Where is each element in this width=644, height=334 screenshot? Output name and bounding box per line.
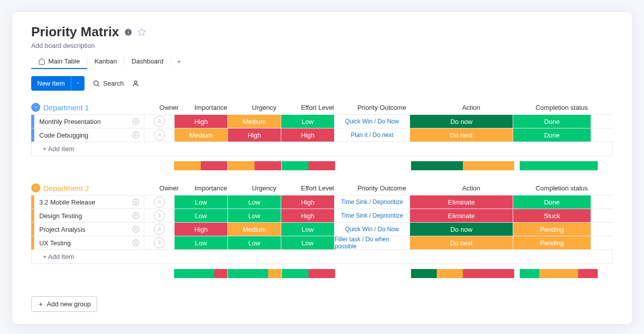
search-label: Search xyxy=(103,80,124,87)
completion-cell[interactable]: Pending xyxy=(513,236,591,249)
effort-cell[interactable]: Low xyxy=(281,223,334,236)
item-name[interactable]: Project Analysis xyxy=(34,223,144,236)
completion-cell[interactable]: Done xyxy=(513,115,591,128)
tab-main-table[interactable]: Main Table xyxy=(31,54,87,69)
new-item-button[interactable]: New Item xyxy=(31,76,85,91)
owner-cell[interactable] xyxy=(144,236,174,249)
new-item-main[interactable]: New Item xyxy=(31,76,71,91)
urgency-cell[interactable]: Low xyxy=(227,209,281,222)
importance-cell[interactable]: Medium xyxy=(174,128,227,142)
table-row[interactable]: 3.2 Mobile ReleaseLowLowHighTime Sink / … xyxy=(31,195,613,209)
group-collapse-icon[interactable] xyxy=(31,103,40,112)
completion-cell[interactable]: Pending xyxy=(513,223,591,236)
priority-outcome-cell[interactable]: Time Sink / Deprioritize xyxy=(334,195,410,209)
tab-kanban[interactable]: Kanban xyxy=(88,54,124,69)
owner-cell[interactable] xyxy=(144,128,174,142)
table-row[interactable]: Project AnalysisHighMediumLowQuick Win /… xyxy=(31,222,613,236)
owner-cell[interactable] xyxy=(144,223,174,236)
tab-dashboard[interactable]: Dashboard xyxy=(124,54,171,69)
expand-icon[interactable] xyxy=(132,212,140,220)
action-cell[interactable]: Do now xyxy=(410,223,513,236)
summary-bar xyxy=(282,161,335,170)
priority-outcome-cell[interactable]: Plan it / Do next xyxy=(334,128,410,142)
owner-cell[interactable] xyxy=(144,209,174,222)
effort-cell[interactable]: High xyxy=(281,128,334,142)
col-action: Action xyxy=(420,104,523,111)
add-tab-button[interactable]: + xyxy=(171,55,187,69)
expand-icon[interactable] xyxy=(132,131,140,139)
summary-bar xyxy=(228,161,281,170)
importance-cell[interactable]: Low xyxy=(174,195,227,209)
info-icon[interactable] xyxy=(124,28,132,36)
urgency-cell[interactable]: Low xyxy=(227,236,281,249)
table-row[interactable]: UX TestingLowLowLowFiller task / Do when… xyxy=(31,236,613,250)
priority-outcome-cell[interactable]: Filler task / Do when possible xyxy=(334,236,410,249)
priority-outcome-cell[interactable]: Time Sink / Deprioritize xyxy=(334,209,410,222)
effort-cell[interactable]: High xyxy=(281,195,334,209)
summary-bar xyxy=(282,269,335,278)
group-title[interactable]: Department 2 xyxy=(43,184,154,192)
person-icon xyxy=(154,129,165,141)
person-filter-icon[interactable] xyxy=(132,80,139,87)
col-completion: Completion status xyxy=(523,104,601,111)
svg-point-4 xyxy=(94,81,98,86)
expand-icon[interactable] xyxy=(132,117,140,125)
person-icon xyxy=(154,224,165,235)
action-cell[interactable]: Do now xyxy=(410,115,513,128)
col-urgency: Urgency xyxy=(237,184,291,192)
item-name[interactable]: Monthly Presentation xyxy=(34,115,144,128)
item-name[interactable]: UX Testing xyxy=(34,236,144,249)
expand-icon[interactable] xyxy=(132,225,140,233)
col-action: Action xyxy=(420,184,523,192)
urgency-cell[interactable]: Low xyxy=(227,195,281,209)
urgency-cell[interactable]: High xyxy=(227,128,281,142)
item-name[interactable]: 3.2 Mobile Release xyxy=(34,195,144,209)
table-row[interactable]: Code DebuggingMediumHighHighPlan it / Do… xyxy=(31,128,613,142)
item-name[interactable]: Design Testing xyxy=(34,209,144,222)
urgency-cell[interactable]: Medium xyxy=(227,223,281,236)
expand-icon[interactable] xyxy=(132,198,140,206)
importance-cell[interactable]: High xyxy=(174,115,227,128)
add-group-button[interactable]: Add new group xyxy=(31,296,97,312)
add-item-row[interactable]: + Add Item xyxy=(31,142,613,156)
svg-rect-1 xyxy=(128,31,128,34)
action-cell[interactable]: Do next xyxy=(410,236,513,249)
completion-cell[interactable]: Done xyxy=(513,195,591,209)
effort-cell[interactable]: High xyxy=(281,209,334,222)
action-cell[interactable]: Eliminate xyxy=(410,209,513,222)
urgency-cell[interactable]: Medium xyxy=(227,115,281,128)
owner-cell[interactable] xyxy=(144,195,174,209)
col-effort: Effort Level xyxy=(291,184,344,192)
col-priority-outcome: Priority Outcome xyxy=(344,104,420,111)
table-row[interactable]: Design TestingLowLowHighTime Sink / Depr… xyxy=(31,209,613,223)
action-cell[interactable]: Eliminate xyxy=(410,195,513,209)
add-item-row[interactable]: + Add Item xyxy=(31,250,613,264)
importance-cell[interactable]: Low xyxy=(174,236,227,249)
item-name[interactable]: Code Debugging xyxy=(34,128,144,142)
owner-cell[interactable] xyxy=(144,115,174,128)
completion-cell[interactable]: Stuck xyxy=(513,209,591,222)
board-title: Priority Matrix xyxy=(31,24,119,40)
new-item-dropdown[interactable] xyxy=(71,76,85,91)
table-row[interactable]: Monthly PresentationHighMediumLowQuick W… xyxy=(31,114,613,128)
svg-point-14 xyxy=(158,133,160,135)
person-icon xyxy=(154,210,165,221)
summary-bar xyxy=(520,161,598,170)
add-group-label: Add new group xyxy=(47,300,91,308)
col-owner: Owner xyxy=(154,184,184,192)
priority-outcome-cell[interactable]: Quick Win / Do Now xyxy=(334,115,410,128)
priority-outcome-cell[interactable]: Quick Win / Do Now xyxy=(334,223,410,236)
importance-cell[interactable]: Low xyxy=(174,209,227,222)
importance-cell[interactable]: High xyxy=(174,223,227,236)
star-icon[interactable] xyxy=(137,28,146,36)
expand-icon[interactable] xyxy=(132,239,140,247)
action-cell[interactable]: Do next xyxy=(410,128,513,142)
effort-cell[interactable]: Low xyxy=(281,236,334,249)
completion-cell[interactable]: Done xyxy=(513,128,591,142)
group-title[interactable]: Department 1 xyxy=(43,103,154,112)
search-button[interactable]: Search xyxy=(93,80,124,87)
group-collapse-icon[interactable] xyxy=(31,183,40,192)
board-description[interactable]: Add board description xyxy=(31,42,613,49)
effort-cell[interactable]: Low xyxy=(281,115,334,128)
svg-point-6 xyxy=(134,81,137,84)
